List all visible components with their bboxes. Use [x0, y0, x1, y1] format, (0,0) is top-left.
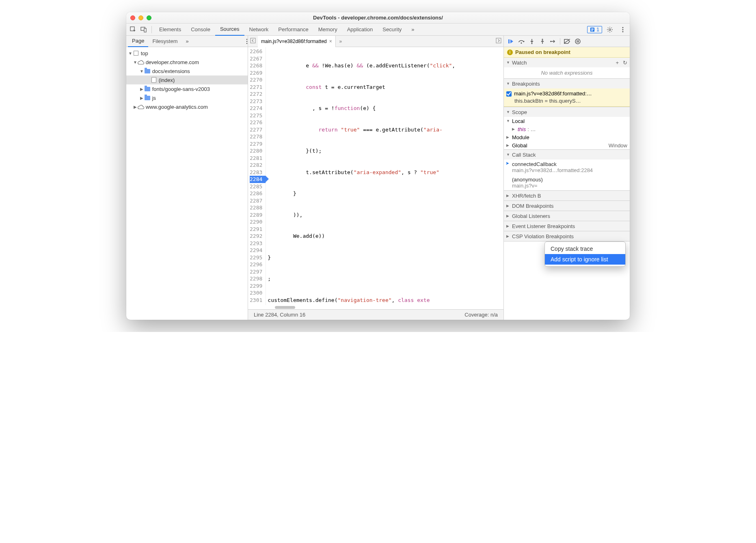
close-tab-icon[interactable]: ×	[329, 39, 332, 44]
svg-rect-6	[591, 30, 593, 31]
dom-breakpoints-section: ▶DOM Breakpoints	[504, 201, 630, 211]
breakpoint-item[interactable]: main.js?v=e382d86f:formatted:… this.back…	[504, 88, 630, 107]
editor-tab-overflow-icon[interactable]: »	[336, 39, 346, 44]
xhr-breakpoints-section: ▶XHR/fetch B	[504, 191, 630, 201]
navigator-menu-icon[interactable]	[246, 39, 248, 44]
csp-breakpoints-section: ▶CSP Violation Breakpoints	[504, 231, 630, 241]
tab-security[interactable]: Security	[378, 24, 406, 36]
svg-point-17	[521, 42, 522, 43]
file-tree: ▼ top ▼ developer.chrome.com ▼ docs/exte…	[126, 47, 248, 320]
tab-overflow-icon[interactable]: »	[406, 24, 419, 36]
tab-network[interactable]: Network	[244, 24, 274, 36]
coverage-status: Coverage: n/a	[464, 312, 498, 318]
navigator-tab-page[interactable]: Page	[128, 36, 148, 47]
scope-this[interactable]: ▶this: …	[504, 125, 630, 133]
code-area[interactable]: e && !We.has(e) && (e.addEventListener("…	[266, 47, 503, 305]
settings-icon[interactable]	[605, 24, 615, 35]
svg-point-18	[531, 43, 532, 44]
titlebar: DevTools - developer.chrome.com/docs/ext…	[126, 12, 630, 24]
issues-badge[interactable]: 1	[587, 26, 602, 33]
step-out-icon[interactable]	[539, 38, 546, 45]
window-title: DevTools - developer.chrome.com/docs/ext…	[126, 15, 630, 21]
event-listener-breakpoints-section: ▶Event Listener Breakpoints	[504, 221, 630, 231]
context-menu-copy-stack[interactable]: Copy stack trace	[545, 243, 625, 254]
scope-header[interactable]: ▼Scope	[504, 107, 630, 117]
watch-header[interactable]: ▼Watch +↻	[504, 58, 630, 67]
debugger-panel: i Paused on breakpoint ▼Watch +↻ No watc…	[504, 36, 630, 320]
cursor-position: Line 2284, Column 16	[254, 312, 305, 318]
tab-application[interactable]: Application	[342, 24, 378, 36]
tree-origin-ga[interactable]: ▶ www.google-analytics.com	[126, 102, 248, 111]
scope-section: ▼Scope ▼Local ▶this: … ▶Module ▶GlobalWi…	[504, 107, 630, 150]
global-listeners-section: ▶Global Listeners	[504, 211, 630, 221]
navigator-tabs: Page Filesystem »	[126, 36, 248, 47]
tab-console[interactable]: Console	[186, 24, 215, 36]
editor-nav-forward-icon[interactable]	[494, 38, 503, 45]
callstack-header[interactable]: ▼Call Stack	[504, 150, 630, 159]
device-toolbar-icon[interactable]	[138, 24, 149, 35]
step-into-icon[interactable]	[528, 38, 536, 45]
gutter-breakpoint-marker: 2284	[250, 176, 266, 183]
editor-file-tab[interactable]: main.js?v=e382d86f:formatted ×	[258, 36, 336, 47]
scope-global[interactable]: ▶GlobalWindow	[504, 141, 630, 149]
callstack-frame-0[interactable]: connectedCallback main.js?v=e382d…format…	[504, 159, 630, 175]
step-icon[interactable]	[549, 38, 557, 45]
editor-status-bar: Line 2284, Column 16 Coverage: n/a	[248, 309, 503, 320]
tab-memory[interactable]: Memory	[313, 24, 342, 36]
deactivate-breakpoints-icon[interactable]	[564, 38, 571, 45]
navigator-tab-filesystem[interactable]: Filesystem	[148, 36, 181, 47]
svg-rect-2	[144, 28, 146, 32]
devtools-window: DevTools - developer.chrome.com/docs/ext…	[126, 12, 630, 320]
svg-point-22	[575, 39, 580, 44]
tab-sources[interactable]: Sources	[215, 24, 244, 36]
breakpoints-section: ▼Breakpoints main.js?v=e382d86f:formatte…	[504, 79, 630, 107]
editor-nav-back-icon[interactable]	[248, 38, 258, 45]
horizontal-scrollbar[interactable]	[248, 305, 503, 309]
pause-on-exceptions-icon[interactable]	[574, 38, 581, 45]
svg-point-9	[622, 29, 624, 30]
svg-point-8	[622, 27, 624, 28]
tab-elements[interactable]: Elements	[154, 24, 186, 36]
tab-performance[interactable]: Performance	[273, 24, 313, 36]
context-menu-ignore-list[interactable]: Add script to ignore list	[545, 254, 625, 265]
code-editor[interactable]: 2266226722682269227022712272227322742275…	[248, 47, 503, 305]
breakpoint-location: main.js?v=e382d86f:formatted:…	[514, 90, 592, 97]
scope-module[interactable]: ▶Module	[504, 133, 630, 141]
tree-folder-docs[interactable]: ▼ docs/extensions	[126, 67, 248, 75]
step-over-icon[interactable]	[518, 38, 525, 45]
editor-panel: main.js?v=e382d86f:formatted × » 2266226…	[248, 36, 504, 320]
sources-layout: Page Filesystem » ▼ top ▼ developer.chro…	[126, 36, 630, 320]
svg-rect-15	[496, 38, 501, 43]
navigator-tab-overflow-icon[interactable]: »	[182, 36, 193, 47]
breakpoint-checkbox[interactable]	[506, 91, 512, 97]
svg-rect-23	[577, 40, 578, 43]
watch-empty-text: No watch expressions	[504, 67, 630, 78]
svg-rect-4	[591, 28, 594, 29]
context-menu: Copy stack trace Add script to ignore li…	[544, 241, 626, 267]
paused-banner: i Paused on breakpoint	[504, 47, 630, 58]
svg-point-20	[550, 41, 551, 42]
tree-origin-developer[interactable]: ▼ developer.chrome.com	[126, 58, 248, 67]
tree-folder-js[interactable]: ▶ js	[126, 93, 248, 102]
svg-point-11	[246, 39, 248, 40]
inspect-element-icon[interactable]	[128, 24, 138, 35]
navigator-panel: Page Filesystem » ▼ top ▼ developer.chro…	[126, 36, 248, 320]
svg-rect-16	[508, 39, 510, 43]
main-toolbar: Elements Console Sources Network Perform…	[126, 24, 630, 36]
breakpoints-header[interactable]: ▼Breakpoints	[504, 79, 630, 88]
callstack-frame-1[interactable]: (anonymous) main.js?v=	[504, 175, 630, 190]
tree-file-index[interactable]: (index)	[126, 75, 248, 84]
svg-point-10	[622, 31, 624, 32]
tree-folder-fonts[interactable]: ▶ fonts/google-sans-v2003	[126, 84, 248, 93]
scope-local[interactable]: ▼Local	[504, 117, 630, 125]
tree-top[interactable]: ▼ top	[126, 49, 248, 58]
editor-file-name: main.js?v=e382d86f:formatted	[261, 39, 327, 44]
svg-rect-14	[251, 38, 255, 43]
callstack-section: ▼Call Stack connectedCallback main.js?v=…	[504, 150, 630, 191]
resume-button-icon[interactable]	[507, 38, 514, 45]
editor-tabs: main.js?v=e382d86f:formatted × »	[248, 36, 503, 47]
svg-rect-24	[578, 40, 579, 43]
refresh-watch-icon[interactable]: ↻	[623, 60, 627, 66]
kebab-menu-icon[interactable]	[618, 24, 628, 35]
add-watch-icon[interactable]: +	[616, 60, 619, 66]
